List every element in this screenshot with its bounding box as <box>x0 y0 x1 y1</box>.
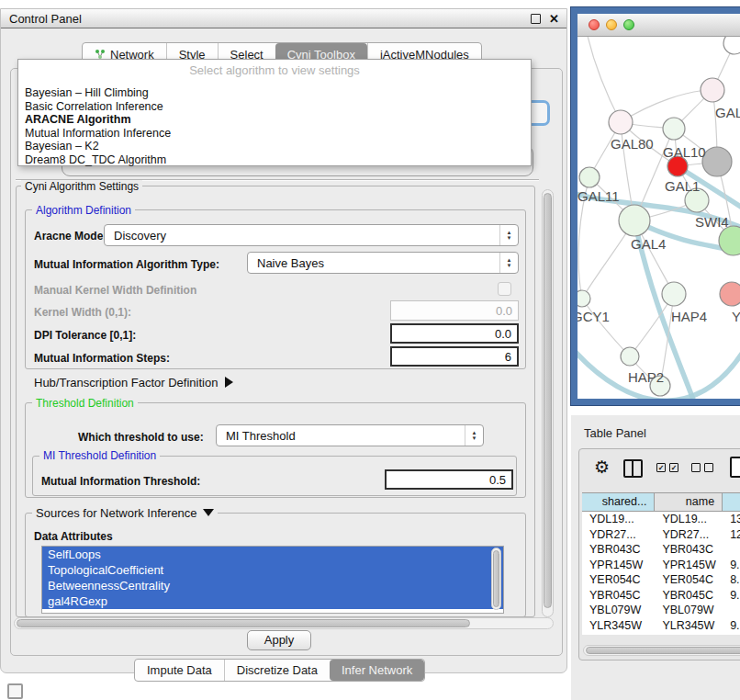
mi-steps-field[interactable]: 6 <box>390 346 519 367</box>
network-node[interactable] <box>609 110 633 134</box>
node-table[interactable]: shared... name YDL19...YDL19...13YDR27..… <box>582 492 740 635</box>
zoom-traffic-light-icon[interactable] <box>623 19 634 30</box>
gear-icon[interactable]: ⚙ <box>594 457 610 478</box>
table-row[interactable]: YPR145WYPR145W9. <box>582 558 740 573</box>
network-node[interactable] <box>723 37 740 54</box>
tab-impute-data[interactable]: Impute Data <box>135 660 224 681</box>
manual-kernel-width-checkbox[interactable] <box>498 282 511 296</box>
network-node[interactable] <box>701 78 724 102</box>
network-node[interactable] <box>702 147 732 176</box>
table-cell[interactable]: YDL19... <box>655 512 723 527</box>
table-cell[interactable]: YLR345W <box>582 618 655 634</box>
node-label-gal1: GAL1 <box>665 178 700 194</box>
which-threshold-combobox[interactable]: MI Threshold ▲▼ <box>216 424 484 446</box>
float-window-icon[interactable] <box>531 14 541 24</box>
table-row[interactable]: YBR043CYBR043C <box>582 542 740 558</box>
data-attributes-label: Data Attributes <box>34 529 113 544</box>
deselect-all-columns-icon[interactable] <box>691 463 713 472</box>
hub-section-toggle[interactable]: Hub/Transcription Factor Definition <box>34 376 233 390</box>
network-edge[interactable] <box>621 90 712 122</box>
export-table-icon[interactable] <box>730 457 740 478</box>
table-row[interactable]: YLR345WYLR345W9. <box>582 618 740 634</box>
table-cell[interactable]: 8. <box>723 572 740 588</box>
network-node[interactable] <box>619 205 650 236</box>
algorithm-option-aracne-algorithm[interactable]: ARACNE Algorithm <box>21 113 528 127</box>
close-panel-icon[interactable]: ✕ <box>549 9 559 28</box>
network-node[interactable] <box>621 347 639 366</box>
network-node[interactable] <box>577 290 590 307</box>
table-cell[interactable]: YBL079W <box>655 603 723 618</box>
network-canvas[interactable]: GALGAL80GAL10GAL1GAL11SWI4GAL4GCY1HAP4YH… <box>577 37 740 399</box>
dpi-tolerance-field[interactable]: 0.0 <box>390 323 519 344</box>
network-edge[interactable] <box>587 37 621 122</box>
minimized-panel-icon[interactable] <box>7 683 23 699</box>
table-cell[interactable]: YLR345W <box>655 618 723 634</box>
table-row[interactable]: YBR045CYBR045C9. <box>582 588 740 604</box>
table-row[interactable]: YIL052CYIL052C9 <box>582 633 740 635</box>
network-node[interactable] <box>663 118 685 140</box>
algorithm-option-basic-correlation-inference[interactable]: Basic Correlation Inference <box>21 100 528 114</box>
table-cell[interactable]: YIL052C <box>655 633 723 635</box>
table-cell[interactable]: YBR043C <box>655 542 723 558</box>
columns-icon[interactable] <box>623 459 643 478</box>
tab-infer-network[interactable]: Infer Network <box>330 660 424 681</box>
attribute-item-selfloops[interactable]: SelfLoops <box>42 547 503 562</box>
network-node[interactable] <box>579 167 600 187</box>
table-cell[interactable]: YBR045C <box>582 588 655 604</box>
column-header-cut[interactable] <box>723 493 740 511</box>
table-cell[interactable]: YER054C <box>582 572 655 588</box>
attribute-list-scrollbar[interactable] <box>491 548 501 610</box>
table-cell[interactable]: YIL052C <box>582 633 655 635</box>
table-row[interactable]: YDR27...YDR27...12 <box>582 527 740 543</box>
control-panel-titlebar: Control Panel ✕ <box>1 9 566 28</box>
network-node[interactable] <box>662 282 686 306</box>
network-node[interactable] <box>719 226 740 255</box>
table-cell[interactable] <box>723 542 740 558</box>
data-attributes-list[interactable]: SelfLoopsTopologicalCoefficientBetweenne… <box>41 546 504 614</box>
table-cell[interactable]: YDL19... <box>582 512 655 527</box>
table-cell[interactable]: YBR043C <box>582 542 655 558</box>
column-header-shared-name[interactable]: shared... <box>582 493 655 511</box>
algorithm-option-dream8-dc-tdc-algorithm[interactable]: Dream8 DC_TDC Algorithm <box>21 153 528 167</box>
tab-discretize-data[interactable]: Discretize Data <box>224 660 330 681</box>
aracne-mode-combobox[interactable]: Discovery ▲▼ <box>104 224 519 246</box>
table-cell[interactable]: YDR27... <box>655 527 723 543</box>
network-edge[interactable] <box>582 299 630 356</box>
table-cell[interactable]: YBL079W <box>582 603 655 618</box>
table-cell[interactable]: 9. <box>723 618 740 634</box>
table-cell[interactable]: YBR045C <box>655 588 723 604</box>
table-cell[interactable]: 12 <box>723 527 740 543</box>
attribute-item-gal4rgexp[interactable]: gal4RGexp <box>42 593 503 609</box>
apply-button[interactable]: Apply <box>247 630 311 650</box>
algorithm-option-bayesian-hill-climbing[interactable]: Bayesian – Hill Climbing <box>21 86 528 100</box>
algorithm-option-bayesian-k2[interactable]: Bayesian – K2 <box>21 140 528 153</box>
mi-threshold-field[interactable]: 0.5 <box>385 469 513 490</box>
table-cell[interactable]: YPR145W <box>655 558 723 573</box>
table-row[interactable]: YBL079WYBL079W <box>582 603 740 618</box>
table-cell[interactable]: 9 <box>723 633 740 635</box>
attribute-item-topologicalcoefficient[interactable]: TopologicalCoefficient <box>42 562 503 578</box>
table-row[interactable]: YER054CYER054C8. <box>582 572 740 588</box>
close-traffic-light-icon[interactable] <box>589 19 600 30</box>
table-cell[interactable]: 13 <box>723 512 740 527</box>
table-horizontal-scrollbar[interactable] <box>583 645 740 656</box>
table-cell[interactable]: YPR145W <box>582 558 655 573</box>
table-cell[interactable]: YDR27... <box>582 527 655 543</box>
minimize-traffic-light-icon[interactable] <box>606 19 617 30</box>
select-all-columns-icon[interactable]: ✓✓ <box>656 463 678 472</box>
table-cell[interactable]: YER054C <box>655 572 723 588</box>
table-cell[interactable] <box>723 603 740 618</box>
table-cell[interactable]: 9. <box>723 588 740 604</box>
algorithm-option-mutual-information-inference[interactable]: Mutual Information Inference <box>21 127 528 141</box>
sources-group-title[interactable]: Sources for Network Inference <box>32 506 218 520</box>
table-cell[interactable]: 9. <box>723 558 740 573</box>
settings-vertical-scrollbar[interactable] <box>542 189 554 617</box>
kernel-width-field[interactable]: 0.0 <box>390 300 519 321</box>
attribute-item-betweennesscentrality[interactable]: BetweennessCentrality <box>42 578 503 593</box>
mi-algorithm-type-combobox[interactable]: Naive Bayes ▲▼ <box>247 252 519 274</box>
network-node[interactable] <box>720 282 740 306</box>
network-window-titlebar[interactable] <box>577 14 740 37</box>
table-row[interactable]: YDL19...YDL19...13 <box>582 512 740 527</box>
settings-horizontal-scrollbar[interactable] <box>14 617 554 629</box>
column-header-name[interactable]: name <box>655 493 723 511</box>
